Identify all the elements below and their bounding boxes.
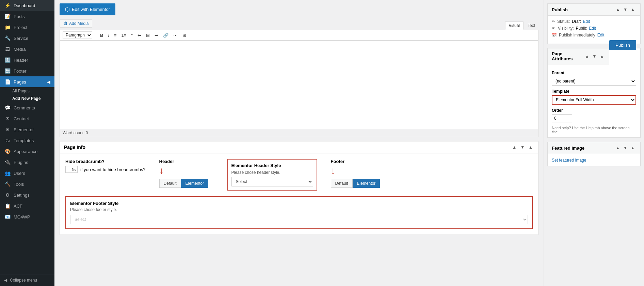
attr-panel-down[interactable]: ▼	[591, 53, 598, 59]
footer-field-label: Footer	[331, 159, 385, 164]
sidebar-item-appearance[interactable]: 🎨 Appearance	[0, 146, 54, 157]
word-count-bar: Word count: 0	[60, 129, 538, 137]
order-input[interactable]	[552, 114, 572, 122]
header-elementor-button[interactable]: Elementor	[181, 179, 209, 188]
set-featured-image-link[interactable]: Set featured image	[552, 158, 586, 163]
more-button[interactable]: ⋯	[171, 32, 180, 39]
sidebar-item-elementor[interactable]: ✳ Elementor	[0, 124, 54, 135]
align-right-button[interactable]: ➡	[152, 32, 160, 39]
sidebar-item-acf[interactable]: 📋 ACF	[0, 200, 54, 211]
sidebar-item-footer[interactable]: 🔚 Footer	[0, 65, 54, 76]
sidebar-item-header[interactable]: 🔝 Header	[0, 55, 54, 65]
sidebar-item-service[interactable]: 🔧 Service	[0, 33, 54, 44]
publish-button[interactable]: Publish	[609, 40, 636, 50]
status-icon: ✏	[552, 19, 555, 24]
sidebar-item-users[interactable]: 👥 Users	[0, 168, 54, 179]
publish-panel-down[interactable]: ▼	[622, 6, 629, 13]
fi-panel-down[interactable]: ▼	[622, 145, 629, 151]
edit-with-elementor-button[interactable]: ⬡ Edit with Elementor	[60, 3, 115, 15]
publish-edit-link[interactable]: Edit	[597, 33, 605, 37]
sidebar-item-media[interactable]: 🖼 Media	[0, 44, 54, 55]
link-button[interactable]: 🔗	[161, 32, 171, 39]
section-down-button[interactable]: ▼	[519, 144, 526, 150]
editor-area: ⬡ Edit with Elementor 🖼 Add Media Visual…	[54, 0, 544, 286]
add-media-button[interactable]: 🖼 Add Media	[60, 19, 92, 28]
elementor-footer-style-desc: Please chose footer style.	[70, 207, 528, 212]
fi-panel-up[interactable]: ▲	[614, 145, 621, 151]
sidebar-item-contact[interactable]: ✉ Contact	[0, 113, 54, 124]
toggle-row: No if you want to hide breadcrumbs?	[65, 166, 146, 173]
project-icon: 📁	[4, 25, 11, 30]
sidebar-item-project[interactable]: 📁 Project	[0, 22, 54, 33]
publish-panel-up[interactable]: ▲	[614, 6, 621, 13]
header-field-label: Header	[159, 159, 214, 164]
publish-panel: Publish ▲ ▼ ▲ ✏ Status: Draft Edit	[547, 3, 641, 44]
footer-default-button[interactable]: Default	[331, 179, 353, 188]
sidebar-item-templates[interactable]: 🗂 Templates	[0, 135, 54, 146]
fi-panel-collapse[interactable]: ▲	[629, 145, 636, 151]
sidebar-sub-add-new-page[interactable]: Add New Page	[0, 95, 54, 102]
sidebar-item-mc4wp[interactable]: 📧 MC4WP	[0, 211, 54, 222]
footer-icon: 🔚	[4, 68, 11, 74]
sidebar-item-settings[interactable]: ⚙ Settings	[0, 190, 54, 200]
section-up-button[interactable]: ▲	[511, 144, 518, 150]
table-button[interactable]: ⊞	[180, 32, 188, 39]
order-label: Order	[552, 108, 636, 113]
attr-help-text: Need help? Use the Help tab above the sc…	[552, 126, 636, 134]
italic-button[interactable]: I	[106, 32, 111, 39]
sidebar-item-plugins[interactable]: 🔌 Plugins	[0, 157, 54, 168]
visibility-icon: 👁	[552, 26, 556, 31]
collapse-icon: ◀	[4, 278, 7, 283]
elementor-footer-style-box: Elementor Footer Style Please chose foot…	[65, 196, 533, 229]
sidebar-item-dashboard[interactable]: ⚡ Dashboard	[0, 0, 54, 11]
template-select[interactable]: Elementor Full Width	[552, 95, 636, 105]
footer-style-select[interactable]: Select	[70, 215, 528, 224]
attr-panel-up[interactable]: ▲	[584, 53, 591, 59]
parent-select[interactable]: (no parent)	[552, 77, 636, 86]
wp-editor-toolbar: Paragraph B I ≡ 1≡ " ⬅ ⊟ ➡ 🔗 ⋯ ⊞	[60, 30, 538, 41]
publish-date-row: 📅 Publish immediately Edit	[552, 33, 636, 37]
sidebar: ⚡ Dashboard 📝 Posts 📁 Project 🔧 Service …	[0, 0, 54, 286]
elementor-icon: ✳	[4, 127, 11, 132]
collapse-menu[interactable]: ◀ Collapse menu	[0, 274, 54, 286]
sidebar-item-tools[interactable]: 🔨 Tools	[0, 179, 54, 190]
sidebar-item-posts[interactable]: 📝 Posts	[0, 11, 54, 22]
footer-elementor-button[interactable]: Elementor	[353, 179, 380, 188]
elementor-header-style-group: Elementor Header Style Please chose head…	[227, 159, 317, 191]
plugins-icon: 🔌	[4, 160, 11, 165]
right-panel: Publish ▲ ▼ ▲ ✏ Status: Draft Edit	[544, 0, 644, 286]
ordered-list-button[interactable]: 1≡	[119, 32, 129, 39]
publish-panel-collapse[interactable]: ▲	[629, 6, 636, 13]
page-info-section: Page Info ▲ ▼ ▲ Hide breadcrumb? No	[60, 141, 538, 235]
unordered-list-button[interactable]: ≡	[112, 32, 119, 39]
attr-panel-collapse[interactable]: ▲	[598, 53, 605, 59]
editor-body[interactable]	[60, 41, 538, 123]
align-left-button[interactable]: ⬅	[135, 32, 143, 39]
sidebar-item-pages[interactable]: 📄 Pages ◀	[0, 76, 54, 87]
text-tab[interactable]: Text	[524, 21, 538, 30]
sidebar-item-comments[interactable]: 💬 Comments	[0, 102, 54, 113]
header-default-button[interactable]: Default	[159, 179, 181, 188]
editor-container	[60, 41, 538, 129]
header-style-select[interactable]: Select	[231, 177, 313, 186]
bold-button[interactable]: B	[98, 32, 105, 39]
parent-label: Parent	[552, 71, 636, 75]
blockquote-button[interactable]: "	[129, 32, 135, 39]
sidebar-sub-all-pages[interactable]: All Pages	[0, 87, 54, 95]
templates-icon: 🗂	[4, 138, 11, 143]
paragraph-select[interactable]: Paragraph	[63, 31, 92, 39]
header-group: Header ↓ Default Elementor	[159, 159, 214, 191]
align-center-button[interactable]: ⊟	[144, 32, 152, 39]
visual-tab[interactable]: Visual	[505, 21, 524, 30]
breadcrumb-toggle[interactable]: No	[65, 166, 78, 173]
page-info-body: Hide breadcrumb? No if you want to hide …	[60, 153, 538, 196]
visibility-edit-link[interactable]: Edit	[589, 26, 596, 31]
posts-icon: 📝	[4, 14, 11, 19]
header-icon: 🔝	[4, 57, 11, 63]
page-info-header: Page Info ▲ ▼ ▲	[60, 141, 538, 153]
elementor-logo-icon: ⬡	[65, 6, 70, 13]
publish-panel-header: Publish ▲ ▼ ▲	[548, 4, 640, 16]
settings-icon: ⚙	[4, 192, 11, 198]
section-collapse-button[interactable]: ▲	[527, 144, 534, 150]
status-edit-link[interactable]: Edit	[583, 19, 590, 24]
